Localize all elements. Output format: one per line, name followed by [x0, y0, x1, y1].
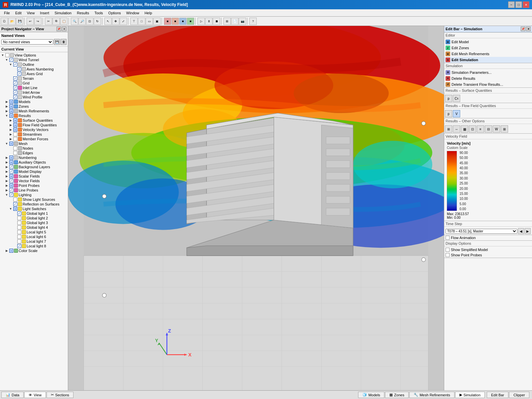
tree-expand-41[interactable]: [13, 244, 17, 248]
tree-item-30[interactable]: ▼✓Lighting: [1, 193, 67, 197]
tree-expand-23[interactable]: ▶: [5, 160, 9, 164]
tree-checkbox-13[interactable]: –: [9, 114, 13, 118]
tree-checkbox-17[interactable]: [13, 132, 17, 136]
tree-item-29[interactable]: ▶✓Line Probes: [1, 188, 67, 193]
edit-simulation-link[interactable]: S Edit Simulation: [444, 57, 532, 63]
tree-expand-4[interactable]: [13, 72, 17, 76]
tree-item-36[interactable]: Global light 3: [1, 220, 67, 225]
rp-pin[interactable]: 📌: [521, 27, 525, 31]
tb-redo[interactable]: ↪: [34, 18, 42, 25]
tree-expand-14[interactable]: ▶: [9, 118, 13, 122]
other-btn-6[interactable]: ⊟: [485, 125, 492, 133]
tree-item-8[interactable]: ✓Inlet Arrow: [1, 90, 67, 95]
tb-paste[interactable]: 📋: [60, 18, 67, 25]
menu-options[interactable]: Options: [106, 10, 124, 16]
tree-expand-39[interactable]: [13, 235, 17, 239]
tree-checkbox-25[interactable]: ✓: [9, 170, 13, 174]
tree-checkbox-9[interactable]: ✓: [13, 95, 17, 99]
tb-render3[interactable]: ■: [179, 18, 187, 25]
tree-expand-5[interactable]: [9, 76, 13, 80]
tree-checkbox-36[interactable]: [17, 221, 21, 225]
tree-item-18[interactable]: ▶Member Forces: [1, 137, 67, 141]
restore-button[interactable]: □: [515, 1, 522, 8]
other-btn-1[interactable]: ⊞: [445, 125, 452, 133]
edit-model-link[interactable]: M Edit Model: [444, 39, 532, 45]
tree-checkbox-2[interactable]: ✓: [13, 63, 17, 66]
tree-expand-9[interactable]: [9, 95, 13, 99]
menu-view[interactable]: View: [24, 10, 38, 16]
menu-window[interactable]: Window: [124, 10, 142, 16]
tree-checkbox-38[interactable]: [17, 230, 21, 234]
tb-render1[interactable]: ■: [164, 18, 171, 25]
tree-checkbox-11[interactable]: –: [9, 104, 13, 108]
tree-expand-11[interactable]: ▶: [5, 104, 9, 108]
nv-delete-btn[interactable]: 🗑: [61, 39, 66, 45]
tree-item-16[interactable]: ▶–Velocity Vectors: [1, 127, 67, 132]
minimize-button[interactable]: −: [508, 1, 515, 8]
tb-zoom-in[interactable]: 🔍: [71, 18, 78, 25]
tree-expand-7[interactable]: [9, 86, 13, 90]
tb-open[interactable]: 📂: [8, 18, 16, 25]
tree-item-42[interactable]: ▶–Color Scale: [1, 248, 67, 253]
tree-checkbox-21[interactable]: [13, 151, 17, 155]
tree-checkbox-34[interactable]: ✓: [17, 211, 21, 215]
tree-checkbox-19[interactable]: –: [9, 142, 13, 146]
tree-checkbox-4[interactable]: ✓: [17, 72, 21, 76]
other-btn-5[interactable]: ≡: [477, 125, 484, 133]
tree-expand-32[interactable]: [9, 202, 13, 206]
tb-sim2[interactable]: ⏸: [205, 18, 212, 25]
tree-expand-18[interactable]: ▶: [9, 137, 13, 141]
tab-sections[interactable]: ✂ Sections: [47, 392, 73, 398]
tab-simulation[interactable]: ▶ Simulation: [455, 392, 485, 398]
sim-params-link[interactable]: ⚙ Simulation Parameters...: [444, 69, 532, 75]
tb-export[interactable]: ⊞: [223, 18, 231, 25]
tb-save[interactable]: 💾: [16, 18, 23, 25]
tree-expand-42[interactable]: ▶: [5, 249, 9, 253]
other-btn-3[interactable]: ▦: [461, 125, 468, 133]
other-btn-7[interactable]: W: [493, 125, 500, 133]
tree-checkbox-8[interactable]: ✓: [13, 90, 17, 94]
tb-zoom-all[interactable]: ⊡: [86, 18, 93, 25]
tree-checkbox-30[interactable]: ✓: [9, 193, 13, 197]
tree-checkbox-22[interactable]: –: [9, 156, 13, 160]
tree-expand-12[interactable]: ▶: [5, 109, 9, 113]
tree-checkbox-42[interactable]: –: [9, 249, 13, 253]
tree-checkbox-5[interactable]: ✓: [13, 76, 17, 80]
tb-render4[interactable]: ■: [187, 18, 194, 25]
tree-item-27[interactable]: ▶✓Vector Fields: [1, 179, 67, 183]
tree-item-39[interactable]: Local light 6: [1, 234, 67, 239]
tree-checkbox-18[interactable]: [13, 137, 17, 141]
tree-expand-10[interactable]: ▶: [5, 100, 9, 104]
named-views-select[interactable]: No named views: [1, 39, 53, 45]
tree-checkbox-6[interactable]: ✓: [13, 81, 17, 85]
tb-select[interactable]: ↖: [104, 18, 112, 25]
tree-item-24[interactable]: ▶✓Background Layers: [1, 165, 67, 169]
tree-item-32[interactable]: ✓Reflection on Surfaces: [1, 202, 67, 206]
tree-item-1[interactable]: ▼✓Wind Tunnel: [1, 58, 67, 62]
tree-checkbox-23[interactable]: –: [9, 160, 13, 164]
tree-checkbox-10[interactable]: –: [9, 100, 13, 104]
tb-view-3d[interactable]: ▣: [153, 18, 161, 25]
clipper-btn[interactable]: Clipper: [509, 392, 529, 398]
tree-expand-35[interactable]: [13, 216, 17, 220]
tree-item-40[interactable]: Local light 7: [1, 239, 67, 244]
tree-checkbox-7[interactable]: ✓: [13, 86, 17, 90]
tree-expand-25[interactable]: ▶: [5, 170, 9, 174]
tree-item-25[interactable]: ▶✓Model Display: [1, 169, 67, 174]
tree-expand-15[interactable]: ▶: [9, 123, 13, 127]
tree-checkbox-14[interactable]: –: [13, 118, 17, 122]
tree-expand-1[interactable]: ▼: [5, 58, 9, 62]
timestep-next[interactable]: ▶: [525, 228, 531, 234]
tab-view[interactable]: 👁 View: [24, 392, 46, 398]
tree-expand-24[interactable]: ▶: [5, 165, 9, 169]
tree-item-3[interactable]: ✓Axes Numbering: [1, 67, 67, 71]
tree-item-11[interactable]: ▶–Zones: [1, 104, 67, 109]
tree-checkbox-32[interactable]: ✓: [13, 202, 17, 206]
tb-view-side[interactable]: ▭: [146, 18, 153, 25]
tree-checkbox-31[interactable]: [13, 198, 17, 201]
menu-edit[interactable]: Edit: [13, 10, 24, 16]
tree-item-19[interactable]: ▼–Mesh: [1, 141, 67, 146]
tree-checkbox-15[interactable]: –: [13, 123, 17, 127]
nv-save-btn[interactable]: 💾: [54, 39, 60, 45]
tb-sim3[interactable]: ⏹: [213, 18, 220, 25]
